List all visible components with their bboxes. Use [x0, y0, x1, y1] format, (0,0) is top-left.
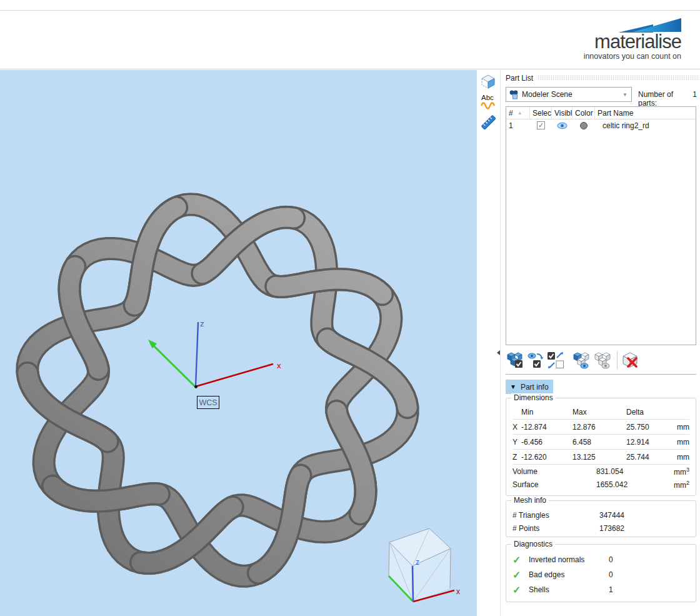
dimension-row-y: Y -6.456 6.458 12.914 mm	[512, 435, 689, 450]
check-ok-icon: ✓	[512, 569, 525, 581]
column-color[interactable]: Color	[572, 107, 595, 119]
dimension-row-x: X -12.874 12.876 25.750 mm	[512, 420, 689, 435]
select-all-parts-icon[interactable]	[506, 351, 524, 369]
annotate-icon[interactable]: Abc	[480, 93, 497, 110]
part-info-label: Part info	[521, 383, 549, 391]
wcs-axes: xzWCS	[148, 319, 281, 409]
column-visible[interactable]: Visibl	[552, 107, 572, 119]
svg-text:x: x	[456, 587, 460, 596]
scene-selector-value: Modeler Scene	[522, 90, 619, 99]
dimensions-header: Min Max Delta	[512, 405, 689, 420]
number-of-parts: Number of parts: 1	[638, 90, 697, 108]
materialise-logo: materialise innovators you can count on	[584, 16, 681, 61]
invert-selection-icon[interactable]	[547, 351, 564, 369]
app-window: materialise innovators you can count on …	[0, 0, 700, 616]
shells-row: ✓ Shells 1	[512, 582, 689, 597]
part-name: celtic ring2_rd	[595, 121, 696, 130]
diagnostics-title: Diagnostics	[511, 540, 555, 548]
titlebar-grip[interactable]	[538, 75, 698, 81]
celtic-ring-model	[28, 204, 408, 577]
dimension-row-z: Z -12.620 13.125 25.744 mm	[512, 450, 689, 465]
hide-selected-icon[interactable]	[594, 351, 611, 369]
column-index[interactable]: # ▲	[506, 107, 530, 119]
svg-text:WCS: WCS	[199, 398, 217, 407]
measure-icon[interactable]	[480, 114, 497, 131]
triangles-row: # Triangles 347444	[512, 508, 689, 522]
part-list-panel: Part List Modeler Scene ▼ Number of part…	[500, 70, 700, 616]
delete-part-icon[interactable]	[622, 351, 639, 369]
inverted-normals-row: ✓ Inverted normals 0	[512, 552, 689, 567]
scene-selector[interactable]: Modeler Scene ▼	[506, 87, 632, 102]
scene-icon	[509, 89, 519, 99]
points-row: # Points 173682	[512, 522, 689, 535]
view-cube-icon[interactable]	[480, 73, 497, 90]
column-part-name[interactable]: Part Name	[595, 107, 696, 119]
top-divider	[0, 10, 700, 11]
check-ok-icon: ✓	[512, 554, 525, 566]
show-selected-icon[interactable]	[572, 351, 590, 369]
number-of-parts-value: 1	[692, 90, 697, 108]
number-of-parts-label: Number of parts:	[638, 90, 692, 108]
part-list-title: Part List	[506, 74, 533, 83]
column-select[interactable]: Select	[530, 107, 552, 119]
check-ok-icon: ✓	[512, 584, 525, 596]
chevron-down-icon[interactable]: ▼	[619, 92, 631, 98]
dimensions-title: Dimensions	[511, 393, 556, 402]
volume-row: Volume 831.054 mm3	[512, 465, 689, 478]
viewport-3d[interactable]: xzWCSzx	[0, 70, 477, 616]
table-row[interactable]: 1 ✓ celtic ring2_rd	[506, 119, 696, 131]
header-divider	[0, 69, 700, 69]
collapse-arrow-icon: ▼	[510, 383, 516, 390]
toolbar-separator	[617, 351, 618, 369]
parts-table-header: # ▲ Select Visibl Color Part Name	[506, 107, 696, 119]
mesh-info-title: Mesh info	[511, 496, 549, 505]
svg-text:x: x	[277, 361, 281, 370]
part-info-button[interactable]: ▼ Part info	[506, 380, 553, 394]
part-list-titlebar[interactable]: Part List	[506, 73, 698, 83]
mesh-info-group: Mesh info # Triangles 347444 # Points 17…	[506, 500, 696, 537]
select-checkbox[interactable]: ✓	[537, 121, 545, 129]
select-visible-icon[interactable]	[528, 351, 545, 369]
row-index: 1	[506, 121, 530, 130]
logo-wordmark: materialise	[584, 33, 681, 51]
sort-asc-icon[interactable]: ▲	[518, 110, 522, 116]
bad-edges-row: ✓ Bad edges 0	[512, 567, 689, 582]
view-toolstrip: Abc	[477, 70, 500, 616]
parts-table: # ▲ Select Visibl Color Part Name 1 ✓	[506, 106, 696, 345]
color-swatch[interactable]	[580, 122, 588, 129]
svg-text:z: z	[416, 558, 419, 567]
scene-canvas[interactable]: xzWCSzx	[0, 70, 477, 616]
eye-icon[interactable]	[557, 122, 568, 129]
panel-divider	[506, 374, 696, 375]
part-toolbar	[506, 350, 639, 370]
nav-cube: zx	[389, 528, 460, 602]
dimensions-group: Dimensions Min Max Delta X -12.874 12.87…	[506, 398, 696, 496]
surface-row: Surface 1655.042 mm2	[512, 478, 689, 491]
diagnostics-group: Diagnostics ✓ Inverted normals 0 ✓ Bad e…	[506, 544, 696, 602]
svg-text:Abc: Abc	[481, 94, 494, 101]
svg-text:z: z	[200, 319, 204, 328]
logo-tagline: innovators you can count on	[584, 52, 681, 61]
